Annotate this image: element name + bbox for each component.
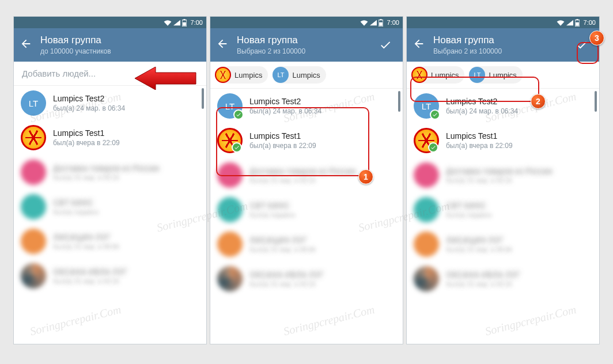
chip[interactable]: Lumpics — [411, 66, 464, 84]
contacts-list: LT Lumpics Test2 был(а) 24 мар. в 06:34 … — [14, 86, 206, 293]
contact-item[interactable]: Lumpics Test1 был(а) вчера в 22:09 — [407, 123, 599, 158]
contact-status: был(а) 24 мар. в 06:34 — [249, 107, 396, 115]
avatar — [414, 162, 439, 188]
contact-item[interactable]: Lumpics Test1 был(а) вчера в 22:09 — [14, 120, 206, 155]
battery-icon — [379, 19, 383, 26]
status-time: 7:00 — [387, 19, 399, 26]
contact-item-blurred[interactable]: ОКСАНА ИБЛА ЛУГбыл(а) 31 мар. в 03:16 — [210, 261, 403, 296]
avatar: LT — [414, 93, 439, 119]
contact-status: был(а) вчера в 22:09 — [446, 142, 592, 150]
contact-item-blurred[interactable]: Доставка товаров из Россиибыл(а) 31 мар.… — [14, 155, 206, 189]
avatar — [21, 229, 46, 254]
svg-rect-5 — [379, 22, 383, 25]
search-row — [14, 62, 206, 86]
done-button[interactable] — [374, 33, 397, 56]
avatar — [217, 197, 243, 222]
wifi-icon — [164, 20, 172, 26]
avatar — [217, 232, 243, 257]
contact-name: Lumpics Test1 — [249, 131, 396, 141]
appbar-subtitle: до 100000 участников — [40, 47, 200, 55]
signal-icon — [566, 20, 573, 26]
contact-item-blurred[interactable]: ЛИСИЦИН ЛУГбыл(а) 31 мар. в 09:06 — [210, 227, 403, 261]
signal-icon — [173, 20, 180, 26]
phone-screenshot-1: 7:00 Новая группа до 100000 участников L… — [13, 16, 207, 344]
selected-chips: Lumpics LT Lumpics — [210, 62, 403, 89]
contact-item[interactable]: LT Lumpics Test2 был(а) 24 мар. в 06:34 — [210, 89, 403, 123]
app-bar: Новая группа Выбрано 2 из 100000 — [210, 28, 403, 62]
contact-item[interactable]: LT Lumpics Test2 был(а) 24 мар. в 06:34 — [407, 89, 599, 123]
appbar-subtitle: Выбрано 2 из 100000 — [237, 47, 374, 55]
phone-screenshot-2: 7:00 Новая группа Выбрано 2 из 100000 Lu… — [210, 16, 403, 344]
done-button[interactable] — [570, 33, 593, 56]
contact-item[interactable]: Lumpics Test1 был(а) вчера в 22:09 — [210, 123, 403, 158]
contact-item[interactable]: LT Lumpics Test2 был(а) 24 мар. в 06:34 — [14, 86, 206, 120]
chip-avatar — [411, 67, 427, 83]
scrollbar[interactable] — [398, 91, 400, 112]
avatar — [217, 162, 243, 188]
check-icon — [430, 109, 440, 120]
app-bar: Новая группа Выбрано 2 из 100000 — [407, 28, 599, 62]
back-button[interactable] — [216, 37, 232, 52]
chip-avatar — [215, 67, 231, 83]
avatar — [414, 232, 439, 257]
contact-item-blurred[interactable]: CBT КИНСбыл(а) недавно — [210, 192, 403, 227]
wifi-icon — [557, 20, 565, 26]
contact-item-blurred[interactable]: CBT КИНСбыл(а) недавно — [14, 189, 206, 224]
chip-avatar: LT — [273, 67, 289, 83]
app-bar: Новая группа до 100000 участников — [14, 28, 206, 62]
signal-icon — [370, 20, 377, 26]
contact-name: Lumpics Test2 — [249, 97, 396, 106]
back-button[interactable] — [413, 37, 429, 52]
contact-name: Lumpics Test2 — [53, 94, 199, 103]
chip-label: Lumpics — [489, 71, 516, 79]
battery-icon — [575, 19, 580, 26]
avatar: LT — [21, 90, 46, 116]
chip[interactable]: LT Lumpics — [273, 66, 326, 84]
contact-item-blurred[interactable]: Доставка товаров из Россиибыл(а) 31 мар.… — [210, 158, 403, 192]
chip-label: Lumpics — [234, 71, 262, 79]
appbar-title: Новая группа — [237, 35, 374, 46]
add-people-input[interactable] — [22, 69, 198, 78]
appbar-title: Новая группа — [433, 35, 570, 46]
svg-rect-2 — [183, 22, 186, 25]
chip[interactable]: Lumpics — [215, 66, 268, 84]
chip-label: Lumpics — [431, 71, 459, 79]
avatar — [414, 266, 439, 291]
avatar — [414, 128, 439, 153]
avatar — [21, 263, 46, 289]
contact-status: был(а) 24 мар. в 06:34 — [446, 107, 592, 115]
chip-avatar: LT — [469, 67, 485, 83]
avatar — [21, 160, 46, 185]
avatar: LT — [217, 93, 243, 119]
contact-item-blurred[interactable]: CBT КИНСбыл(а) недавно — [407, 192, 599, 227]
contact-item-blurred[interactable]: ЛИСИЦИН ЛУГбыл(а) 31 мар. в 09:06 — [407, 227, 599, 261]
status-bar: 7:00 — [210, 17, 403, 28]
contact-item-blurred[interactable]: ОКСАНА ИБЛА ЛУГбыл(а) 31 мар. в 03:16 — [407, 261, 599, 296]
phone-screenshot-3: 7:00 Новая группа Выбрано 2 из 100000 Lu… — [406, 16, 600, 344]
contact-name: Lumpics Test1 — [446, 131, 592, 141]
avatar — [217, 128, 243, 153]
avatar — [414, 197, 439, 222]
contact-item-blurred[interactable]: Доставка товаров из Россиибыл(а) 31 мар.… — [407, 158, 599, 192]
status-time: 7:00 — [191, 19, 203, 26]
chip-label: Lumpics — [292, 71, 320, 79]
scrollbar[interactable] — [595, 91, 597, 112]
chip[interactable]: LT Lumpics — [469, 66, 522, 84]
check-icon — [232, 142, 242, 153]
scrollbar[interactable] — [202, 88, 204, 109]
svg-rect-8 — [576, 22, 579, 25]
contact-name: Lumpics Test2 — [446, 97, 592, 106]
wifi-icon — [360, 20, 368, 26]
avatar — [21, 194, 46, 219]
back-button[interactable] — [20, 37, 36, 52]
contact-status: был(а) вчера в 22:09 — [249, 142, 396, 150]
status-time: 7:00 — [584, 19, 596, 26]
contact-item-blurred[interactable]: ОКСАНА ИБЛА ЛУГбыл(а) 31 мар. в 03:16 — [14, 259, 206, 293]
appbar-subtitle: Выбрано 2 из 100000 — [433, 47, 570, 55]
avatar — [21, 125, 46, 150]
check-icon — [233, 109, 244, 120]
selected-chips: Lumpics LT Lumpics — [407, 62, 599, 89]
avatar — [217, 266, 243, 291]
contacts-list: LT Lumpics Test2 был(а) 24 мар. в 06:34 … — [210, 89, 403, 296]
contact-item-blurred[interactable]: ЛИСИЦИН ЛУГбыл(а) 31 мар. в 09:06 — [14, 224, 206, 259]
